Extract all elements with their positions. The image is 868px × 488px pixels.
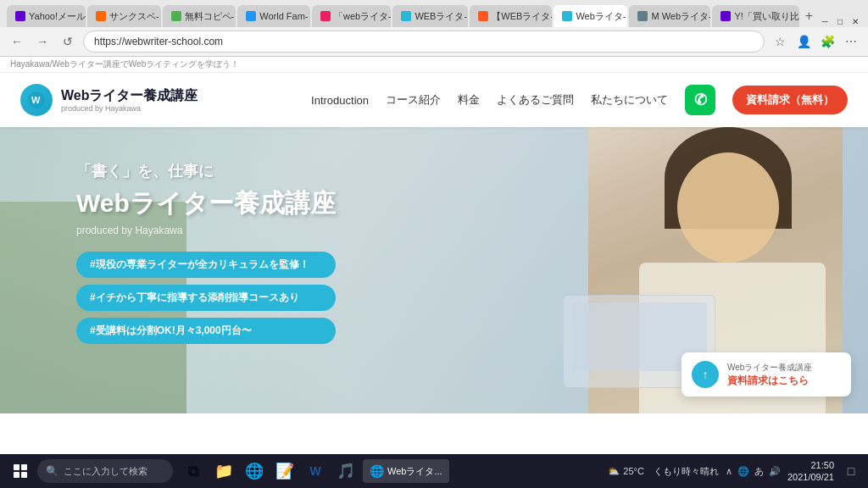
weather-text: 25°C くもり時々晴れ	[623, 465, 719, 478]
tab-webwriter1[interactable]: 「webライタ- ✕	[312, 5, 391, 27]
nav-price[interactable]: 料金	[458, 92, 480, 108]
taskbar-sys: ⛅ 25°C くもり時々晴れ ∧ 🌐 あ 🔊 21:50 2021/09/21 …	[608, 459, 861, 484]
hero-title: Webライター養成講座	[76, 186, 336, 221]
logo-icon: W	[20, 84, 53, 116]
tab-webwriter2[interactable]: WEBライタ- ✕	[392, 5, 468, 27]
tab-muryou[interactable]: 無料コピペ- ✕	[163, 5, 236, 27]
address-bar-row: ← → ↺ ☆ 👤 🧩 ⋯	[0, 27, 868, 56]
tab-label: M Webライタ-	[651, 10, 710, 23]
taskbar-app-word2[interactable]: W	[302, 458, 329, 485]
svg-text:W: W	[31, 95, 41, 105]
close-button[interactable]: ✕	[849, 15, 861, 27]
hero-tag-3[interactable]: #受講料は分割OK!月々3,000円台〜	[76, 318, 336, 344]
logo-area[interactable]: W Webライター養成講座 produced by Hayakawa	[20, 84, 198, 116]
hero-tag-1[interactable]: #現役の専業ライターが全カリキュラムを監修！	[76, 252, 336, 278]
tab-label: サンクスベ-	[109, 10, 159, 23]
hero-section: 「書く」を、仕事に Webライター養成講座 produced by Hayaka…	[0, 127, 868, 413]
taskbar-app-edge[interactable]: 🌐	[241, 458, 268, 485]
hero-tagline: 「書く」を、仕事に	[76, 161, 336, 181]
cta-button[interactable]: 資料請求（無料）	[732, 86, 848, 114]
tab-label: WEBライタ-	[415, 10, 467, 23]
taskbar-apps: ⧉ 📁 🌐 📝 W 🎵 🌐 Webライタ...	[180, 458, 449, 485]
nav-course[interactable]: コース紹介	[386, 92, 441, 108]
taskbar-app-word[interactable]: 📝	[271, 458, 298, 485]
taskbar-search[interactable]: 🔍 ここに入力して検索	[37, 459, 173, 483]
widget-title: Webライター養成講座	[727, 362, 812, 374]
notification-button[interactable]: □	[841, 461, 861, 481]
tray-network[interactable]: 🌐	[737, 466, 749, 477]
taskbar-app-files[interactable]: 📁	[210, 458, 237, 485]
taskbar-active-browser[interactable]: 🌐 Webライタ...	[363, 459, 449, 483]
hero-content: 「書く」を、仕事に Webライター養成講座 produced by Hayaka…	[76, 161, 336, 344]
tab-label: Yahoo!メール	[29, 10, 86, 23]
tab-world[interactable]: World Fam- ✕	[237, 5, 310, 27]
logo-main: Webライター養成講座	[61, 87, 198, 103]
tray-expand[interactable]: ∧	[726, 466, 732, 477]
start-button[interactable]	[7, 458, 34, 485]
toolbar-icons: ☆ 👤 🧩 ⋯	[770, 31, 861, 52]
hero-tags: #現役の専業ライターが全カリキュラムを監修！ #イチから丁寧に指導する添削指導コ…	[76, 252, 336, 344]
browser-taskbar-label: Webライタ...	[387, 465, 442, 478]
widget-text-area: Webライター養成講座 資料請求はこちら	[727, 362, 812, 388]
hero-produced: produced by Hayakawa	[76, 225, 336, 236]
tray-volume[interactable]: 🔊	[769, 466, 781, 477]
forward-button[interactable]: →	[32, 31, 53, 52]
taskbar-app-taskview[interactable]: ⧉	[180, 458, 207, 485]
tab-yahoo2[interactable]: Y!「買い取り比- ✕	[712, 5, 798, 27]
sys-weather: ⛅ 25°C くもり時々晴れ	[608, 465, 719, 478]
tab-webwriter-active[interactable]: Webライタ- ✕	[554, 5, 627, 27]
hero-tag-2[interactable]: #イチから丁寧に指導する添削指導コースあり	[76, 285, 336, 311]
time-display: 21:50	[787, 459, 834, 471]
tab-add-button[interactable]: +	[801, 5, 817, 27]
taskbar-search-text: ここに入力して検索	[64, 465, 147, 478]
tab-webwriter3[interactable]: 【WEBライタ- ✕	[470, 5, 552, 27]
maximize-button[interactable]: □	[834, 15, 846, 27]
nav-faq[interactable]: よくあるご質問	[497, 92, 574, 108]
back-button[interactable]: ←	[7, 31, 27, 52]
files-icon: 📁	[214, 462, 233, 480]
nav-about[interactable]: 私たちについて	[591, 92, 668, 108]
taskbar: 🔍 ここに入力して検索 ⧉ 📁 🌐 📝 W 🎵 🌐 Webライタ... ⛅ 25…	[0, 454, 868, 488]
music-icon: 🎵	[337, 462, 355, 480]
windows-icon	[14, 464, 27, 478]
tray-input[interactable]: あ	[754, 465, 764, 478]
widget-cta[interactable]: 資料請求はこちら	[727, 374, 812, 388]
window-controls: ─ □ ✕	[819, 15, 861, 27]
logo-text-area: Webライター養成講座 produced by Hayakawa	[61, 87, 198, 112]
weather-icon: ⛅	[608, 466, 620, 477]
nav-introduction[interactable]: Introduction	[311, 94, 369, 107]
tab-label: 無料コピペ-	[185, 10, 235, 23]
profile-icon[interactable]: 👤	[793, 31, 814, 52]
sys-time[interactable]: 21:50 2021/09/21	[787, 459, 834, 484]
date-display: 2021/09/21	[787, 471, 834, 483]
bookmark-icon[interactable]: ☆	[770, 31, 790, 52]
address-input[interactable]	[83, 30, 765, 53]
edge-icon: 🌐	[245, 462, 264, 480]
taskbar-app-music[interactable]: 🎵	[332, 458, 359, 485]
tab-label: World Fam-	[259, 11, 308, 21]
settings-icon[interactable]: ⋯	[841, 31, 861, 52]
word2-icon: W	[309, 464, 320, 478]
tab-sankus[interactable]: サンクスベ- ✕	[87, 5, 161, 27]
refresh-button[interactable]: ↺	[58, 31, 78, 52]
breadcrumb-text: Hayakawa/Webライター講座でWebライティングを学ぼう！	[10, 59, 239, 69]
tab-webwriter-m[interactable]: M Webライタ- ✕	[629, 5, 710, 27]
sys-tray-icons[interactable]: ∧ 🌐 あ 🔊	[726, 465, 781, 478]
widget-icon: ↑	[692, 361, 719, 388]
minimize-button[interactable]: ─	[819, 15, 831, 27]
browser-chrome: Yahoo!メール ✕ サンクスベ- ✕ 無料コピペ- ✕ World Fam-…	[0, 0, 868, 57]
breadcrumb: Hayakawa/Webライター講座でWebライティングを学ぼう！	[0, 57, 868, 73]
browser-taskbar-icon: 🌐	[370, 464, 384, 478]
tab-label: Webライタ-	[576, 10, 626, 23]
tab-label: 【WEBライタ-	[492, 10, 552, 23]
line-icon: ✆	[694, 91, 707, 109]
tabs-row: Yahoo!メール ✕ サンクスベ- ✕ 無料コピペ- ✕ World Fam-…	[0, 0, 868, 27]
line-button[interactable]: ✆	[685, 85, 715, 115]
logo-sub: produced by Hayakawa	[61, 104, 198, 113]
taskbar-search-icon: 🔍	[46, 465, 58, 477]
notification-icon: □	[848, 464, 854, 478]
extensions-icon[interactable]: 🧩	[817, 31, 837, 52]
taskview-icon: ⧉	[188, 463, 199, 480]
floating-widget[interactable]: ↑ Webライター養成講座 資料請求はこちら	[682, 352, 851, 396]
tab-yahoo-mail[interactable]: Yahoo!メール ✕	[7, 5, 86, 27]
